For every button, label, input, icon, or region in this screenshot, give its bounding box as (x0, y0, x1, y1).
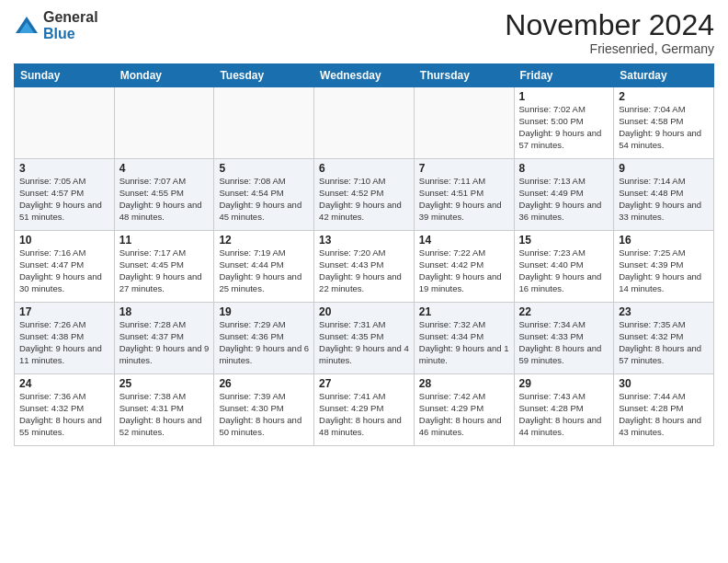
calendar-day-header: Thursday (414, 64, 514, 87)
calendar-cell: 1Sunrise: 7:02 AM Sunset: 5:00 PM Daylig… (514, 87, 614, 159)
calendar-cell: 3Sunrise: 7:05 AM Sunset: 4:57 PM Daylig… (15, 159, 115, 231)
day-info: Sunrise: 7:14 AM Sunset: 4:48 PM Dayligh… (619, 176, 709, 223)
day-info: Sunrise: 7:19 AM Sunset: 4:44 PM Dayligh… (219, 247, 309, 294)
calendar-cell: 16Sunrise: 7:25 AM Sunset: 4:39 PM Dayli… (614, 231, 714, 303)
day-info: Sunrise: 7:38 AM Sunset: 4:31 PM Dayligh… (119, 391, 210, 438)
calendar-cell: 15Sunrise: 7:23 AM Sunset: 4:40 PM Dayli… (514, 231, 614, 303)
logo-general: General (43, 9, 98, 26)
day-info: Sunrise: 7:35 AM Sunset: 4:32 PM Dayligh… (619, 319, 709, 366)
calendar: SundayMondayTuesdayWednesdayThursdayFrid… (14, 63, 714, 446)
day-number: 4 (119, 162, 210, 175)
day-info: Sunrise: 7:42 AM Sunset: 4:29 PM Dayligh… (419, 391, 509, 438)
calendar-cell: 13Sunrise: 7:20 AM Sunset: 4:43 PM Dayli… (314, 231, 415, 303)
calendar-cell: 9Sunrise: 7:14 AM Sunset: 4:48 PM Daylig… (614, 159, 714, 231)
calendar-cell: 12Sunrise: 7:19 AM Sunset: 4:44 PM Dayli… (214, 231, 314, 303)
page: General Blue November 2024 Friesenried, … (0, 0, 728, 563)
calendar-week-row: 3Sunrise: 7:05 AM Sunset: 4:57 PM Daylig… (15, 159, 714, 231)
day-number: 5 (219, 162, 309, 175)
calendar-cell (214, 87, 314, 159)
day-number: 10 (19, 234, 109, 247)
calendar-cell: 27Sunrise: 7:41 AM Sunset: 4:29 PM Dayli… (314, 374, 415, 446)
calendar-cell: 24Sunrise: 7:36 AM Sunset: 4:32 PM Dayli… (15, 374, 115, 446)
calendar-week-row: 24Sunrise: 7:36 AM Sunset: 4:32 PM Dayli… (15, 374, 714, 446)
calendar-cell: 21Sunrise: 7:32 AM Sunset: 4:34 PM Dayli… (414, 303, 514, 374)
calendar-cell: 2Sunrise: 7:04 AM Sunset: 4:58 PM Daylig… (614, 87, 714, 159)
calendar-day-header: Sunday (15, 64, 115, 87)
calendar-week-row: 10Sunrise: 7:16 AM Sunset: 4:47 PM Dayli… (15, 231, 714, 303)
day-info: Sunrise: 7:44 AM Sunset: 4:28 PM Dayligh… (619, 391, 709, 438)
calendar-cell: 5Sunrise: 7:08 AM Sunset: 4:54 PM Daylig… (214, 159, 314, 231)
day-info: Sunrise: 7:26 AM Sunset: 4:38 PM Dayligh… (19, 319, 109, 366)
calendar-cell: 17Sunrise: 7:26 AM Sunset: 4:38 PM Dayli… (15, 303, 115, 374)
day-info: Sunrise: 7:32 AM Sunset: 4:34 PM Dayligh… (419, 319, 509, 366)
calendar-cell: 18Sunrise: 7:28 AM Sunset: 4:37 PM Dayli… (114, 303, 214, 374)
calendar-cell: 20Sunrise: 7:31 AM Sunset: 4:35 PM Dayli… (314, 303, 415, 374)
day-number: 20 (319, 305, 409, 318)
day-number: 15 (519, 234, 609, 247)
calendar-cell: 19Sunrise: 7:29 AM Sunset: 4:36 PM Dayli… (214, 303, 314, 374)
day-number: 27 (319, 377, 409, 390)
day-info: Sunrise: 7:13 AM Sunset: 4:49 PM Dayligh… (519, 176, 609, 223)
day-info: Sunrise: 7:16 AM Sunset: 4:47 PM Dayligh… (19, 247, 109, 294)
calendar-cell (414, 87, 514, 159)
day-number: 12 (219, 234, 309, 247)
day-info: Sunrise: 7:22 AM Sunset: 4:42 PM Dayligh… (419, 247, 509, 294)
day-number: 3 (19, 162, 109, 175)
day-number: 19 (219, 305, 309, 318)
calendar-cell: 29Sunrise: 7:43 AM Sunset: 4:28 PM Dayli… (514, 374, 614, 446)
calendar-day-header: Friday (514, 64, 614, 87)
day-number: 29 (519, 377, 609, 390)
logo-icon (14, 13, 40, 39)
day-number: 1 (519, 90, 609, 103)
day-info: Sunrise: 7:10 AM Sunset: 4:52 PM Dayligh… (319, 176, 409, 223)
day-info: Sunrise: 7:29 AM Sunset: 4:36 PM Dayligh… (219, 319, 309, 366)
title-block: November 2024 Friesenried, Germany (505, 9, 714, 56)
day-info: Sunrise: 7:17 AM Sunset: 4:45 PM Dayligh… (119, 247, 210, 294)
day-number: 23 (619, 305, 709, 318)
day-number: 18 (119, 305, 210, 318)
calendar-cell: 4Sunrise: 7:07 AM Sunset: 4:55 PM Daylig… (114, 159, 214, 231)
calendar-cell: 22Sunrise: 7:34 AM Sunset: 4:33 PM Dayli… (514, 303, 614, 374)
logo-text: General Blue (43, 9, 98, 41)
calendar-cell (15, 87, 115, 159)
day-number: 26 (219, 377, 309, 390)
calendar-day-header: Monday (114, 64, 214, 87)
day-number: 22 (519, 305, 609, 318)
calendar-cell (114, 87, 214, 159)
day-number: 25 (119, 377, 210, 390)
calendar-week-row: 17Sunrise: 7:26 AM Sunset: 4:38 PM Dayli… (15, 303, 714, 374)
location: Friesenried, Germany (505, 41, 714, 56)
calendar-cell (314, 87, 415, 159)
day-number: 21 (419, 305, 509, 318)
calendar-cell: 6Sunrise: 7:10 AM Sunset: 4:52 PM Daylig… (314, 159, 415, 231)
month-title: November 2024 (505, 9, 714, 41)
day-info: Sunrise: 7:39 AM Sunset: 4:30 PM Dayligh… (219, 391, 309, 438)
day-info: Sunrise: 7:41 AM Sunset: 4:29 PM Dayligh… (319, 391, 409, 438)
day-info: Sunrise: 7:04 AM Sunset: 4:58 PM Dayligh… (619, 104, 709, 151)
day-info: Sunrise: 7:07 AM Sunset: 4:55 PM Dayligh… (119, 176, 210, 223)
header: General Blue November 2024 Friesenried, … (14, 9, 714, 56)
calendar-cell: 10Sunrise: 7:16 AM Sunset: 4:47 PM Dayli… (15, 231, 115, 303)
day-number: 14 (419, 234, 509, 247)
day-info: Sunrise: 7:31 AM Sunset: 4:35 PM Dayligh… (319, 319, 409, 366)
day-number: 13 (319, 234, 409, 247)
logo-blue: Blue (43, 26, 98, 42)
calendar-cell: 7Sunrise: 7:11 AM Sunset: 4:51 PM Daylig… (414, 159, 514, 231)
day-number: 9 (619, 162, 709, 175)
calendar-day-header: Wednesday (314, 64, 415, 87)
calendar-cell: 23Sunrise: 7:35 AM Sunset: 4:32 PM Dayli… (614, 303, 714, 374)
day-number: 16 (619, 234, 709, 247)
calendar-cell: 30Sunrise: 7:44 AM Sunset: 4:28 PM Dayli… (614, 374, 714, 446)
calendar-day-header: Saturday (614, 64, 714, 87)
day-number: 7 (419, 162, 509, 175)
day-info: Sunrise: 7:11 AM Sunset: 4:51 PM Dayligh… (419, 176, 509, 223)
calendar-cell: 26Sunrise: 7:39 AM Sunset: 4:30 PM Dayli… (214, 374, 314, 446)
day-info: Sunrise: 7:23 AM Sunset: 4:40 PM Dayligh… (519, 247, 609, 294)
calendar-cell: 14Sunrise: 7:22 AM Sunset: 4:42 PM Dayli… (414, 231, 514, 303)
day-info: Sunrise: 7:28 AM Sunset: 4:37 PM Dayligh… (119, 319, 210, 366)
day-number: 11 (119, 234, 210, 247)
day-info: Sunrise: 7:20 AM Sunset: 4:43 PM Dayligh… (319, 247, 409, 294)
day-info: Sunrise: 7:43 AM Sunset: 4:28 PM Dayligh… (519, 391, 609, 438)
calendar-cell: 11Sunrise: 7:17 AM Sunset: 4:45 PM Dayli… (114, 231, 214, 303)
day-info: Sunrise: 7:34 AM Sunset: 4:33 PM Dayligh… (519, 319, 609, 366)
